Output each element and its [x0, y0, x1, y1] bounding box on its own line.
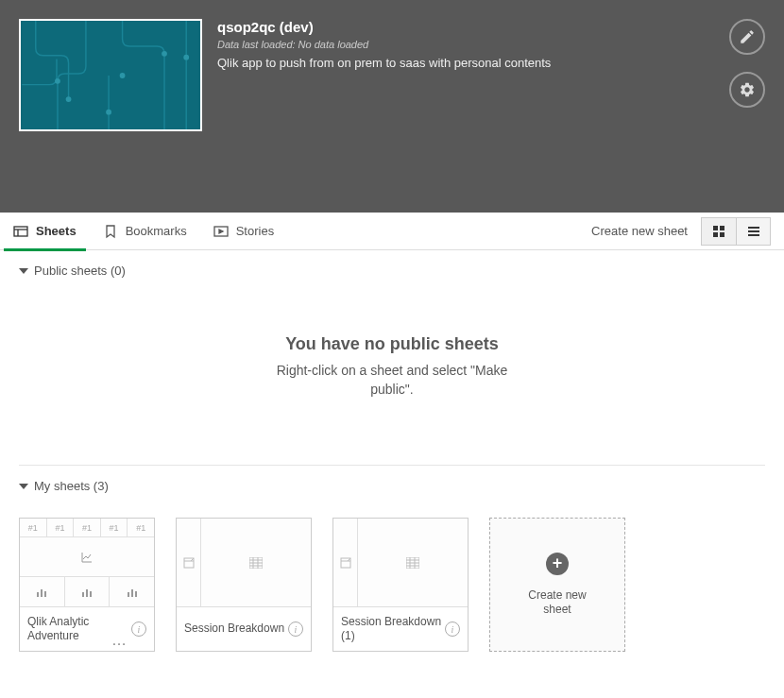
filter-icon — [340, 557, 351, 569]
sheet-title: Session Breakdown — [184, 621, 288, 637]
bar-chart-icon — [36, 587, 47, 598]
svg-rect-7 — [14, 227, 27, 236]
sheet-preview — [177, 519, 311, 607]
svg-point-2 — [120, 73, 126, 78]
svg-rect-14 — [713, 232, 718, 237]
tab-bookmarks-label: Bookmarks — [126, 224, 187, 238]
grid-view-button[interactable] — [702, 218, 736, 245]
toolbar: Sheets Bookmarks Stories Create new shee… — [0, 213, 784, 250]
svg-point-6 — [106, 110, 111, 115]
pencil-icon — [739, 28, 756, 45]
svg-point-3 — [162, 51, 167, 57]
tab-sheets-label: Sheets — [36, 224, 77, 238]
svg-rect-13 — [720, 226, 724, 230]
sheet-preview — [333, 519, 468, 607]
sheets-icon — [13, 224, 28, 239]
sheet-title: Session Breakdown (1) — [341, 615, 445, 644]
bookmark-icon — [103, 224, 118, 239]
svg-point-4 — [55, 78, 60, 84]
preview-placeholder: #1 — [74, 519, 101, 536]
preview-placeholder: #1 — [128, 519, 154, 536]
app-header: qsop2qc (dev) Data last loaded: No data … — [0, 0, 784, 213]
empty-title: You have no public sheets — [19, 334, 765, 354]
my-sheets-label: My sheets (3) — [34, 479, 109, 493]
list-view-button[interactable] — [736, 218, 770, 245]
app-thumbnail[interactable] — [19, 19, 202, 131]
bar-chart-icon — [81, 587, 93, 598]
tab-bookmarks[interactable]: Bookmarks — [103, 213, 187, 250]
svg-rect-16 — [748, 227, 759, 229]
table-icon — [249, 557, 263, 569]
info-icon[interactable]: i — [288, 621, 303, 637]
gear-icon — [739, 81, 756, 98]
main-content: Public sheets (0) You have no public she… — [0, 250, 784, 686]
app-title: qsop2qc (dev) — [217, 19, 765, 35]
sheet-card[interactable]: Session Breakdown i — [176, 518, 312, 652]
empty-subtitle: Right-click on a sheet and select "Make … — [260, 362, 524, 399]
line-chart-icon — [81, 552, 93, 563]
public-sheets-header[interactable]: Public sheets (0) — [0, 250, 784, 287]
svg-rect-26 — [131, 589, 133, 597]
public-sheets-empty: You have no public sheets Right-click on… — [0, 287, 784, 465]
app-subtitle: Data last loaded: No data loaded — [217, 39, 765, 50]
create-card-label: Create new sheet — [520, 588, 595, 618]
more-icon[interactable]: … — [111, 632, 128, 649]
svg-rect-22 — [82, 592, 84, 597]
svg-rect-20 — [41, 589, 43, 597]
svg-point-1 — [66, 96, 72, 102]
svg-rect-24 — [90, 591, 92, 597]
app-description: Qlik app to push from on prem to saas wi… — [217, 56, 765, 70]
create-new-sheet-link[interactable]: Create new sheet — [591, 224, 688, 238]
header-buttons — [729, 19, 765, 108]
filter-icon — [183, 557, 195, 569]
settings-button[interactable] — [729, 72, 765, 108]
my-sheets-header[interactable]: My sheets (3) — [0, 466, 784, 502]
svg-rect-21 — [44, 591, 46, 597]
sheet-preview: #1 #1 #1 #1 #1 — [20, 519, 154, 607]
svg-rect-12 — [713, 226, 718, 230]
sheet-card[interactable]: #1 #1 #1 #1 #1 Qlik Analytic Adventure i — [19, 518, 155, 652]
edit-button[interactable] — [729, 19, 765, 55]
tab-stories[interactable]: Stories — [213, 213, 274, 250]
preview-placeholder: #1 — [47, 519, 75, 536]
grid-icon — [712, 225, 725, 238]
svg-rect-19 — [37, 592, 39, 597]
stories-icon — [213, 224, 229, 239]
sheet-card[interactable]: Session Breakdown (1) i — [332, 518, 469, 652]
tab-sheets[interactable]: Sheets — [13, 213, 77, 250]
app-info: qsop2qc (dev) Data last loaded: No data … — [217, 19, 765, 194]
info-icon[interactable]: i — [445, 621, 460, 637]
create-new-sheet-card[interactable]: + Create new sheet — [489, 518, 625, 652]
svg-rect-18 — [748, 234, 759, 236]
preview-placeholder: #1 — [101, 519, 128, 536]
view-toggle — [701, 217, 771, 246]
svg-rect-23 — [86, 589, 88, 597]
caret-down-icon — [19, 268, 28, 274]
table-icon — [406, 557, 419, 569]
tab-stories-label: Stories — [236, 224, 274, 238]
public-sheets-label: Public sheets (0) — [34, 264, 126, 278]
list-icon — [747, 225, 760, 238]
preview-placeholder: #1 — [20, 519, 47, 536]
svg-rect-15 — [720, 232, 724, 237]
svg-rect-25 — [128, 592, 129, 597]
tabs: Sheets Bookmarks Stories — [13, 213, 591, 250]
plus-icon: + — [546, 553, 569, 575]
svg-marker-11 — [219, 230, 223, 233]
caret-down-icon — [19, 484, 28, 489]
svg-rect-27 — [135, 591, 137, 597]
sheet-cards: #1 #1 #1 #1 #1 Qlik Analytic Adventure i — [0, 502, 784, 667]
bar-chart-icon — [127, 587, 138, 598]
svg-rect-17 — [748, 230, 759, 232]
info-icon[interactable]: i — [131, 621, 146, 637]
svg-point-5 — [183, 55, 189, 60]
